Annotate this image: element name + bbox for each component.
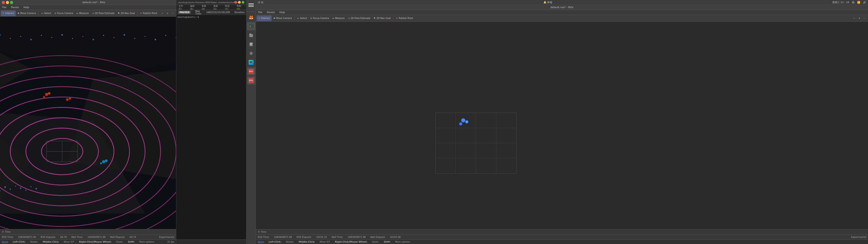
sidebar-terminal[interactable]: $_ [247,22,255,30]
zoom-plus[interactable]: + [165,11,170,16]
right-help-right-click: Right-Click/Mouse Wheel: [335,241,367,243]
interact-icon: ↖ [2,12,4,14]
terminal-menu-file[interactable]: 文件(F) [178,4,186,11]
terminal-menu-help[interactable]: 帮助(H) [236,4,245,11]
svg-point-48 [114,37,115,38]
interact-button[interactable]: ↖ Interact [1,11,16,16]
publish-point-button[interactable]: ✦ Publish Point [138,11,158,16]
minimize-button[interactable] [6,1,9,4]
activities-icon [248,3,254,7]
svg-point-78 [35,188,37,189]
measure-button[interactable]: ⇔ Measure [75,11,90,16]
right-reset[interactable]: Reset [258,241,264,243]
terminal-close[interactable] [235,1,237,4]
left-reset[interactable]: Reset [2,241,8,243]
terminal-menu-view[interactable]: 查看(V) [201,4,210,11]
terminal-max[interactable] [242,1,244,4]
svg-point-72 [4,186,6,188]
close-button[interactable] [2,1,5,4]
svg-point-65 [105,159,107,162]
left-help-zoom: Zoom. [116,241,123,243]
taskbar-volume[interactable]: 🔊 [863,1,866,4]
terminal-menu-bar: 文件(F) 编辑(E) 查看(V) 搜索(S) 终端(T) 帮助(H) [176,5,246,10]
right-move-camera-icon: ✥ [273,17,275,20]
sidebar-rviz1[interactable]: RViz [247,67,255,75]
sidebar-text-editor[interactable] [247,40,255,48]
right-publish-button[interactable]: ✦ Publish Point [395,16,414,21]
left-ros-time-value: 1683609871.95 [18,236,36,238]
left-help-left-click: Left-Click: [13,241,26,243]
right-publish-icon: ✦ [396,17,398,20]
svg-point-38 [10,38,11,39]
right-view-more[interactable]: ⋯ [862,16,867,21]
svg-point-59 [69,98,71,100]
right-measure-icon: ⇔ [332,17,334,20]
focus-camera-button[interactable]: ⊙ Focus Camera [53,11,74,16]
select-button[interactable]: ▭ Select [40,11,53,16]
sidebar-firefox[interactable]: 🦊 [247,13,255,21]
left-help-bar: Reset Left-Click: Rotate. Middle-Click: … [0,240,176,244]
right-zoom-plus[interactable]: + [857,16,862,21]
right-nav-button[interactable]: ⚑ 2D Nav Goal [372,16,392,21]
svg-point-49 [124,34,125,36]
activities-text[interactable]: 活 动 [258,1,264,4]
right-pose-button[interactable]: → 2D Pose Estimate [346,16,372,21]
left-wall-time-label: Wall Time: [71,236,83,238]
right-menu-help[interactable]: Help [278,10,286,14]
menu-file[interactable]: File [1,5,7,9]
taskbar-network[interactable]: 📶 [857,1,860,4]
right-viewport[interactable] [256,22,868,229]
right-select-button[interactable]: ▭ Select [296,16,308,21]
zoom-minus[interactable]: − [160,11,164,16]
right-interact-button[interactable]: ↖ Interact [257,16,272,21]
duration-label: Duration: [235,11,245,13]
right-2d-scene-svg [256,22,868,229]
publish-point-icon: ✦ [140,12,142,14]
move-camera-button[interactable]: ✥ Move Camera [16,11,37,16]
taskbar-power[interactable]: ⏻ [852,1,855,4]
sidebar-pycharm[interactable]: PC [247,58,255,66]
right-wall-elapsed-value: 10155.08 [390,236,401,238]
terminal-body[interactable]: ubuntu@ubuntu:~$ [176,15,246,240]
view-more[interactable]: ⋯ [170,11,175,16]
sidebar-files[interactable] [247,31,255,39]
right-zoom-minus[interactable]: − [852,16,857,21]
pose-estimate-icon: → [92,12,94,14]
menu-panels[interactable]: Panels [10,5,20,9]
pose-estimate-button[interactable]: → 2D Pose Estimate [91,11,116,16]
svg-point-55 [45,93,48,96]
activities-button[interactable] [247,1,255,9]
menu-help[interactable]: Help [23,5,30,9]
nav-goal-button[interactable]: ⚑ 2D Nav Goal [116,11,136,16]
terminal-menu-terminal[interactable]: 终端(T) [224,4,233,11]
right-move-camera-button[interactable]: ✥ Move Camera [272,16,293,21]
svg-text:$_: $_ [250,25,252,28]
right-focus-button[interactable]: ⊙ Focus Camera [309,16,330,21]
terminal-min[interactable] [238,1,241,4]
svg-point-53 [165,35,166,36]
right-measure-button[interactable]: ⇔ Measure [331,16,346,21]
right-interact-icon: ↖ [258,17,260,20]
left-viewport[interactable] [0,17,176,229]
paused-tag: PAUSED [178,11,191,14]
sidebar-rviz2[interactable]: RViz [247,77,255,85]
right-status-bar: ROS Time: 1683609871.98 ROS Elapsed: 101… [256,235,868,240]
terminal-menu-search[interactable]: 搜索(S) [213,4,221,11]
left-wall-elapsed-value: 84.74 [130,236,136,238]
svg-point-41 [41,35,42,36]
pose-estimate-label: 2D Pose Estimate [95,12,115,14]
right-menu-file[interactable]: File [257,10,263,14]
svg-point-40 [30,39,32,40]
svg-point-51 [145,36,146,37]
right-focus-icon: ⊙ [310,17,312,20]
text-editor-icon [249,42,253,47]
maximize-button[interactable] [10,1,13,4]
nav-goal-label: 2D Nav Goal [121,12,135,14]
left-wall-elapsed-label: Wall Elapsed: [110,236,125,238]
terminal-line: ubuntu@ubuntu:~$ [177,16,245,18]
left-help-movexy: Move X/Y. [64,241,74,243]
sidebar-settings[interactable] [247,49,255,57]
svg-point-66 [100,162,102,164]
right-menu-panels[interactable]: Panels [266,10,276,14]
interact-label: Interact [5,12,14,14]
